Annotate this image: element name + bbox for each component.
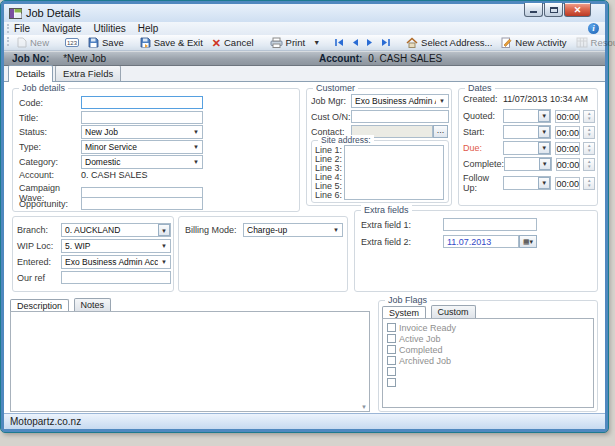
extra-field1-label: Extra field 1: bbox=[361, 220, 443, 230]
branch-label: Branch: bbox=[17, 225, 61, 235]
checkbox-icon[interactable] bbox=[387, 378, 396, 387]
chevron-down-icon[interactable]: ▼ bbox=[538, 126, 550, 138]
opportunity-input[interactable] bbox=[81, 197, 203, 210]
checkbox-icon[interactable] bbox=[387, 345, 396, 354]
tab-custom[interactable]: Custom bbox=[431, 305, 476, 319]
extra-field1-input[interactable] bbox=[443, 218, 537, 231]
flag-invoice-ready[interactable]: Invoice Ready bbox=[387, 322, 589, 333]
dates-caption: Dates bbox=[465, 83, 495, 93]
code-input[interactable] bbox=[81, 96, 203, 109]
home-icon bbox=[406, 37, 418, 48]
site-address-input[interactable] bbox=[344, 145, 444, 200]
menu-file[interactable]: File bbox=[14, 23, 30, 34]
extra-field2-input[interactable]: 11.07.2013 bbox=[443, 235, 519, 248]
time-spinner[interactable]: ▲▼ bbox=[583, 110, 595, 123]
date-picker-button[interactable]: ▦▾ bbox=[519, 235, 537, 248]
category-select[interactable]: Domestic▼ bbox=[81, 155, 203, 169]
chevron-down-icon[interactable]: ▼ bbox=[538, 142, 550, 154]
checkbox-icon[interactable] bbox=[387, 334, 396, 343]
new-activity-button[interactable]: New Activity bbox=[498, 36, 569, 49]
app-icon bbox=[9, 8, 22, 19]
follow-up-date-input[interactable]: ▼ bbox=[503, 176, 551, 190]
menu-navigate[interactable]: Navigate bbox=[42, 23, 81, 34]
start-date-input[interactable]: ▼ bbox=[503, 125, 551, 139]
type-select[interactable]: Minor Service▼ bbox=[81, 140, 203, 154]
menu-utilities[interactable]: Utilities bbox=[94, 23, 126, 34]
our-ref-input[interactable] bbox=[61, 271, 171, 284]
checkbox-icon[interactable] bbox=[387, 323, 396, 332]
job-flags-caption: Job Flags bbox=[385, 295, 430, 305]
category-label: Category: bbox=[19, 157, 81, 167]
cust-on-label: Cust O/N: bbox=[311, 112, 351, 122]
maximize-button[interactable] bbox=[544, 3, 563, 17]
last-record-button[interactable] bbox=[379, 38, 393, 47]
flag-blank-1[interactable] bbox=[387, 366, 589, 377]
cancel-button[interactable]: ✕ Cancel bbox=[209, 36, 257, 49]
job-header-bar: Job No: *New Job Account: 0. CASH SALES bbox=[4, 51, 605, 66]
quoted-time-input[interactable]: 00:00 bbox=[555, 110, 580, 123]
chevron-down-icon[interactable]: ▼ bbox=[538, 110, 550, 122]
print-dropdown-caret[interactable]: ▼ bbox=[311, 39, 322, 46]
select-address-button[interactable]: Select Address... bbox=[403, 36, 495, 49]
numpad-button[interactable]: 123 bbox=[62, 37, 82, 48]
resource-allocations-button[interactable]: Resource Allocations bbox=[573, 36, 615, 49]
contact-browse-button[interactable]: ... bbox=[433, 125, 448, 138]
complete-time-input[interactable]: 00:00 bbox=[556, 158, 581, 171]
start-time-input[interactable]: 00:00 bbox=[555, 126, 580, 139]
flag-archived-job[interactable]: Archived Job bbox=[387, 355, 589, 366]
branch-select[interactable]: 0. AUCKLAND▼ bbox=[61, 223, 171, 237]
flag-active-job[interactable]: Active Job bbox=[387, 333, 589, 344]
flag-completed[interactable]: Completed bbox=[387, 344, 589, 355]
save-exit-button[interactable]: Save & Exit bbox=[137, 36, 206, 49]
account-label: Account: bbox=[319, 53, 362, 64]
wip-loc-select[interactable]: 5. WIP▼ bbox=[61, 239, 171, 253]
due-time-input[interactable]: 00:00 bbox=[555, 142, 580, 155]
next-record-button[interactable] bbox=[364, 38, 376, 47]
account-value: 0. CASH SALES bbox=[368, 53, 442, 64]
due-date-input[interactable]: ▼ bbox=[503, 141, 551, 155]
checkbox-icon[interactable] bbox=[387, 356, 396, 365]
info-icon[interactable]: i bbox=[588, 23, 599, 34]
first-record-button[interactable] bbox=[332, 38, 346, 47]
minimize-icon bbox=[530, 10, 537, 13]
status-select[interactable]: New Job▼ bbox=[81, 125, 203, 139]
close-button[interactable]: ✕ bbox=[564, 3, 591, 17]
scroll-down-icon[interactable]: ▼ bbox=[361, 404, 367, 410]
time-spinner[interactable]: ▲▼ bbox=[583, 126, 595, 139]
flag-blank-2[interactable] bbox=[387, 377, 589, 388]
follow-up-time-input[interactable]: 00:00 bbox=[555, 177, 580, 190]
tab-notes[interactable]: Notes bbox=[74, 298, 112, 312]
chevron-down-icon[interactable]: ▼ bbox=[539, 158, 551, 170]
checkbox-icon[interactable] bbox=[387, 367, 396, 376]
prev-record-button[interactable] bbox=[349, 38, 361, 47]
cust-on-input[interactable] bbox=[351, 110, 449, 123]
tab-details[interactable]: Details bbox=[8, 65, 53, 82]
job-mgr-select[interactable]: Exo Business Admin Account▼ bbox=[351, 94, 449, 108]
quoted-date-input[interactable]: ▼ bbox=[503, 109, 551, 123]
last-icon bbox=[381, 38, 391, 47]
title-input[interactable] bbox=[81, 111, 203, 124]
entered-select[interactable]: Exo Business Admin Account▼ bbox=[61, 255, 171, 269]
tab-extra-fields[interactable]: Extra Fields bbox=[55, 65, 121, 81]
billing-mode-select[interactable]: Charge-up▼ bbox=[243, 223, 343, 237]
activity-icon bbox=[501, 37, 512, 48]
time-spinner[interactable]: ▲▼ bbox=[583, 158, 595, 171]
chevron-down-icon: ▼ bbox=[190, 129, 202, 135]
follow-up-label: Follow Up: bbox=[463, 173, 503, 193]
time-spinner[interactable]: ▲▼ bbox=[583, 142, 595, 155]
new-button[interactable]: New bbox=[14, 36, 52, 49]
numpad-icon: 123 bbox=[65, 38, 79, 47]
print-button[interactable]: Print bbox=[267, 36, 309, 49]
window-title: Job Details bbox=[26, 7, 80, 19]
billing-group: Billing Mode: Charge-up▼ bbox=[178, 216, 348, 292]
save-button[interactable]: Save bbox=[85, 36, 127, 49]
complete-date-input[interactable]: ▼ bbox=[504, 157, 552, 171]
minimize-button[interactable] bbox=[524, 3, 543, 17]
time-spinner[interactable]: ▲▼ bbox=[583, 177, 595, 190]
calendar-icon: ▦ bbox=[523, 238, 530, 245]
chevron-down-icon[interactable]: ▼ bbox=[538, 177, 550, 189]
code-label: Code: bbox=[19, 98, 81, 108]
menu-help[interactable]: Help bbox=[138, 23, 159, 34]
description-textarea[interactable]: ▼ bbox=[10, 311, 370, 412]
next-icon bbox=[366, 38, 374, 47]
